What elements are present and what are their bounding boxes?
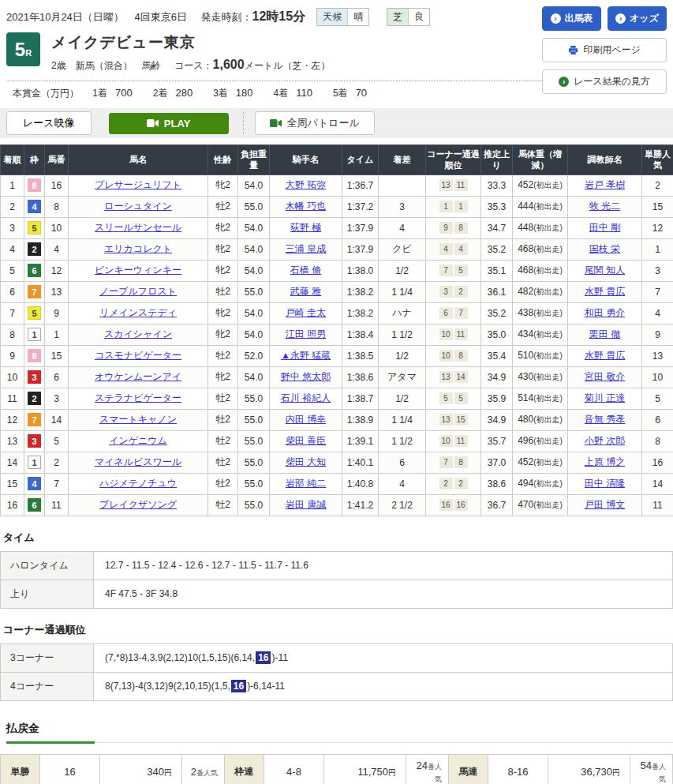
furlong-time-row: ハロンタイム 12.7 - 11.5 - 12.4 - 12.6 - 12.7 … xyxy=(1,551,673,580)
finish-position-cell: 4 xyxy=(1,238,24,260)
trainer-name-link[interactable]: 水野 貴広 xyxy=(585,350,625,361)
print-page-button[interactable]: 印刷用ページ xyxy=(542,38,667,62)
jockey-name-link[interactable]: 柴田 善臣 xyxy=(286,435,326,446)
trainer-name-link[interactable]: 和田 勇介 xyxy=(585,307,625,318)
frame-cell: 3 xyxy=(24,430,45,452)
popularity-cell: 8 xyxy=(642,430,673,452)
carried-weight-cell: 54.0 xyxy=(238,366,270,388)
racecard-button[interactable]: › 出馬表 xyxy=(542,6,601,31)
corner-position-badge: 10 xyxy=(439,435,453,447)
jockey-name-link[interactable]: 戸崎 圭太 xyxy=(286,307,326,318)
jockey-name-link[interactable]: 武藤 雅 xyxy=(290,286,321,297)
jockey-name-link[interactable]: 荻野 極 xyxy=(290,222,321,233)
margin-cell: クビ xyxy=(379,238,426,260)
frame-cell: 7 xyxy=(24,281,45,302)
video-camera-icon xyxy=(270,119,282,127)
trainer-name-link[interactable]: 水野 貴広 xyxy=(585,286,625,297)
jockey-name-link[interactable]: 三浦 皇成 xyxy=(286,243,326,254)
horse-weight-cell: 468(初出走) xyxy=(513,260,568,281)
play-button[interactable]: PLAY xyxy=(109,113,229,134)
sex-age-cell: 牡2 xyxy=(208,473,238,494)
trainer-name-link[interactable]: 田中 剛 xyxy=(589,222,620,233)
horse-name-link[interactable]: ステラナビゲーター xyxy=(95,392,181,403)
frame-cell: 8 xyxy=(24,345,45,366)
race-video-button[interactable]: レース映像 xyxy=(6,111,92,135)
jockey-name-link[interactable]: 江田 照男 xyxy=(286,328,326,339)
horse-weight-note: (初出走) xyxy=(533,266,563,275)
last-3f-cell: 33.3 xyxy=(481,174,513,196)
horse-weight-cell: 510(初出走) xyxy=(513,345,568,366)
trainer-name-link[interactable]: 栗田 徹 xyxy=(589,328,620,339)
popularity-cell: 9 xyxy=(642,324,673,345)
jockey-name-link[interactable]: 柴田 大知 xyxy=(286,456,326,467)
trainer-name-link[interactable]: 田中 清隆 xyxy=(585,478,625,489)
trainer-name-link[interactable]: 宮田 敬介 xyxy=(585,371,625,382)
horse-name-link[interactable]: スカイシャイン xyxy=(104,328,172,339)
horse-name-cell: インゲニウム xyxy=(69,430,208,452)
jockey-name-link[interactable]: 野中 悠太郎 xyxy=(281,371,331,382)
horse-number-cell: 15 xyxy=(45,345,69,366)
time-cell: 1:38.0 xyxy=(342,260,379,281)
trainer-name-link[interactable]: 戸田 博文 xyxy=(585,499,625,510)
trainer-name-link[interactable]: 小野 次郎 xyxy=(585,435,625,446)
time-cell: 1:38.7 xyxy=(342,388,379,409)
trainer-name-link[interactable]: 岩戸 孝樹 xyxy=(585,179,625,190)
turf-value: 良 xyxy=(408,9,429,25)
horse-name-link[interactable]: ハジメテノチュウ xyxy=(99,478,177,489)
horse-name-link[interactable]: ローシュタイン xyxy=(104,201,172,212)
horse-name-link[interactable]: インゲニウム xyxy=(109,435,167,446)
frame-number-badge: 1 xyxy=(28,456,41,469)
results-column-header: 馬番 xyxy=(45,145,69,175)
jockey-name-link[interactable]: 岩田 康誠 xyxy=(286,499,326,510)
horse-name-link[interactable]: プレサージュリフト xyxy=(95,179,181,190)
jockey-name-link[interactable]: 石橋 脩 xyxy=(290,264,321,276)
horse-name-link[interactable]: オウケンムーンアイ xyxy=(95,371,181,382)
frame-number-badge: 7 xyxy=(28,285,41,298)
race-date: 2021年10月24日（日曜） 4回東京6日 発走時刻：12時15分 xyxy=(6,9,305,25)
jockey-name-link[interactable]: 岩部 純二 xyxy=(286,478,326,489)
popularity-cell: 1 xyxy=(642,238,673,260)
corner-position-badge: 8 xyxy=(454,456,468,468)
jockey-name-link[interactable]: 内田 博幸 xyxy=(286,414,326,425)
trainer-name-link[interactable]: 菊川 正達 xyxy=(585,392,625,403)
sex-age-cell: 牝2 xyxy=(208,174,238,196)
jockey-name-link[interactable]: ▲永野 猛蔵 xyxy=(281,350,331,361)
jockey-name-link[interactable]: 石川 裕紀人 xyxy=(281,392,331,403)
jockey-name-link[interactable]: 木幡 巧也 xyxy=(286,201,326,212)
horse-name-link[interactable]: スマートキャノン xyxy=(99,414,177,425)
horse-name-link[interactable]: ノーブルフロスト xyxy=(99,286,177,297)
horse-name-link[interactable]: スリールサンセール xyxy=(95,222,181,233)
time-cell: 1:38.4 xyxy=(342,324,379,345)
odds-button[interactable]: › オッズ xyxy=(608,6,667,31)
trainer-cell: 水野 貴広 xyxy=(568,345,642,366)
horse-weight-note: (初出走) xyxy=(533,287,563,296)
horse-number-cell: 1 xyxy=(45,324,69,345)
corner-position-badge: 10 xyxy=(439,350,453,362)
arrow-circle-icon: › xyxy=(615,13,626,24)
finish-position-cell: 6 xyxy=(1,281,24,302)
horse-name-link[interactable]: リメインステディ xyxy=(99,307,177,318)
jockey-name-link[interactable]: 大野 拓弥 xyxy=(286,179,326,190)
horse-name-link[interactable]: ピンキーウィンキー xyxy=(95,264,181,276)
results-column-header: 馬体重（増減） xyxy=(513,145,568,175)
how-to-read-button[interactable]: › レース結果の見方 xyxy=(542,69,667,94)
jockey-cell: 野中 悠太郎 xyxy=(270,366,342,388)
horse-name-link[interactable]: コスモナビゲーター xyxy=(95,350,181,361)
trainer-name-link[interactable]: 牧 光二 xyxy=(589,201,620,212)
prize-money-items: 1着7002着2803着1804着1105着70 xyxy=(92,88,387,99)
vertical-divider xyxy=(243,112,244,134)
horse-name-link[interactable]: ブレイクザソング xyxy=(99,499,177,510)
trainer-name-link[interactable]: 尾関 知人 xyxy=(585,264,625,276)
last-3f-cell: 37.0 xyxy=(481,452,513,473)
horse-number-cell: 6 xyxy=(45,366,69,388)
horse-name-link[interactable]: エリカコレクト xyxy=(104,243,172,254)
corner-position-cell: 22 xyxy=(426,473,481,494)
trainer-name-link[interactable]: 国枝 栄 xyxy=(589,243,620,254)
trainer-name-link[interactable]: 音無 秀孝 xyxy=(585,414,625,425)
time-cell: 1:38.5 xyxy=(342,345,379,366)
patrol-video-button[interactable]: 全周パトロール xyxy=(255,111,375,135)
horse-weight-cell: 452(初出走) xyxy=(513,174,568,196)
horse-name-link[interactable]: マイネルビスワール xyxy=(95,456,181,467)
trainer-name-link[interactable]: 上原 博之 xyxy=(585,456,625,467)
page-header: 2021年10月24日（日曜） 4回東京6日 発走時刻：12時15分 天候 晴 … xyxy=(0,0,673,108)
